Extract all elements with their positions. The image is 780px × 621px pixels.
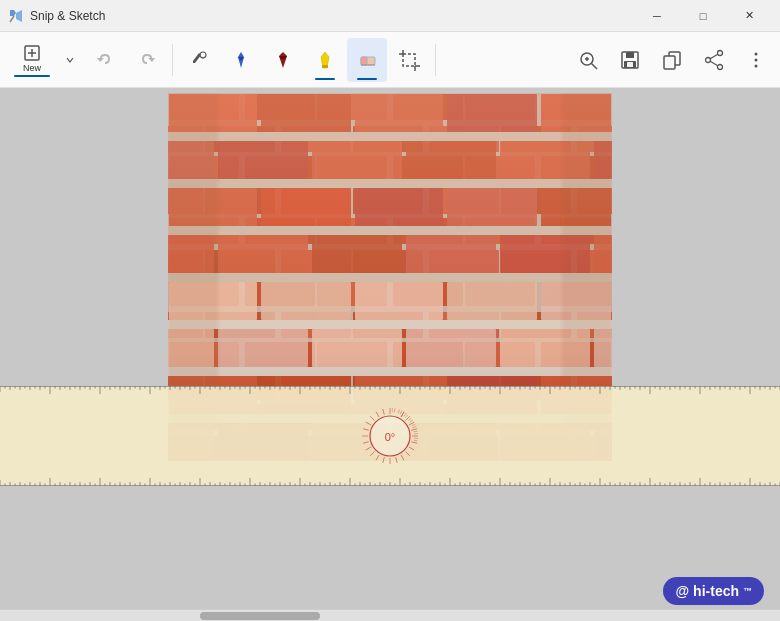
calligraphy-pen-button[interactable] <box>263 38 303 82</box>
more-icon <box>745 49 767 71</box>
new-dropdown-button[interactable] <box>60 38 80 82</box>
touch-writing-button[interactable] <box>179 38 219 82</box>
svg-point-34 <box>755 52 758 55</box>
svg-point-35 <box>755 58 758 61</box>
zoom-in-button[interactable] <box>568 38 608 82</box>
separator-1 <box>172 44 173 76</box>
share-icon <box>703 49 725 71</box>
title-bar: Snip & Sketch ─ □ ✕ <box>0 0 780 32</box>
svg-line-0 <box>10 16 14 22</box>
undo-button[interactable] <box>86 38 126 82</box>
svg-line-32 <box>710 54 718 59</box>
svg-rect-99 <box>168 411 612 461</box>
save-icon <box>619 49 641 71</box>
toolbar: New <box>0 32 780 88</box>
highlighter-button[interactable] <box>305 38 345 82</box>
chevron-down-icon <box>66 56 74 64</box>
eraser-active-indicator <box>357 78 377 80</box>
app-title: Snip & Sketch <box>30 9 634 23</box>
ballpoint-pen-button[interactable] <box>221 38 261 82</box>
horizontal-scrollbar[interactable] <box>0 609 780 621</box>
brick-image <box>168 93 612 461</box>
app-icon <box>8 8 24 24</box>
svg-line-33 <box>710 61 718 66</box>
touch-writing-icon <box>188 49 210 71</box>
highlighter-icon <box>314 49 336 71</box>
svg-rect-12 <box>361 57 367 65</box>
zoom-in-icon <box>577 49 599 71</box>
redo-icon <box>136 50 156 70</box>
new-icon <box>22 43 42 63</box>
eraser-icon <box>356 49 378 71</box>
canvas-area[interactable]: 0° @ hi-tech ™ <box>0 88 780 621</box>
brick-pattern-svg <box>168 93 612 461</box>
svg-rect-26 <box>627 62 633 67</box>
svg-rect-14 <box>403 54 415 66</box>
calligraphy-pen-icon <box>272 49 294 71</box>
new-button[interactable]: New <box>4 38 60 82</box>
crop-button[interactable] <box>389 38 429 82</box>
undo-redo-group <box>86 38 166 82</box>
svg-point-29 <box>718 50 723 55</box>
watermark-symbol: @ <box>675 583 689 599</box>
eraser-button[interactable] <box>347 38 387 82</box>
svg-line-22 <box>592 63 598 69</box>
minimize-button[interactable]: ─ <box>634 0 680 32</box>
separator-2 <box>435 44 436 76</box>
redo-button[interactable] <box>126 38 166 82</box>
copy-button[interactable] <box>652 38 692 82</box>
watermark-text: hi-tech <box>693 583 739 599</box>
copy-icon <box>661 49 683 71</box>
svg-rect-10 <box>322 65 328 68</box>
svg-rect-98 <box>562 93 612 461</box>
svg-rect-96 <box>168 93 612 461</box>
svg-rect-24 <box>626 52 634 58</box>
svg-point-36 <box>755 64 758 67</box>
image-container <box>168 93 612 461</box>
scrollbar-thumb[interactable] <box>200 612 320 620</box>
window-controls: ─ □ ✕ <box>634 0 772 32</box>
undo-icon <box>96 50 116 70</box>
svg-marker-7 <box>279 52 287 68</box>
crop-icon <box>398 49 420 71</box>
highlighter-active-indicator <box>315 78 335 80</box>
svg-rect-28 <box>664 56 675 69</box>
svg-point-31 <box>706 57 711 62</box>
new-label: New <box>23 63 41 73</box>
more-button[interactable] <box>736 38 776 82</box>
watermark: @ hi-tech ™ <box>663 577 764 605</box>
save-button[interactable] <box>610 38 650 82</box>
close-button[interactable]: ✕ <box>726 0 772 32</box>
svg-rect-97 <box>168 93 218 461</box>
new-button-group: New <box>4 38 80 82</box>
share-button[interactable] <box>694 38 734 82</box>
new-active-indicator <box>14 75 50 77</box>
ballpoint-pen-icon <box>230 49 252 71</box>
maximize-button[interactable]: □ <box>680 0 726 32</box>
svg-point-30 <box>718 64 723 69</box>
watermark-suffix: ™ <box>743 586 752 596</box>
